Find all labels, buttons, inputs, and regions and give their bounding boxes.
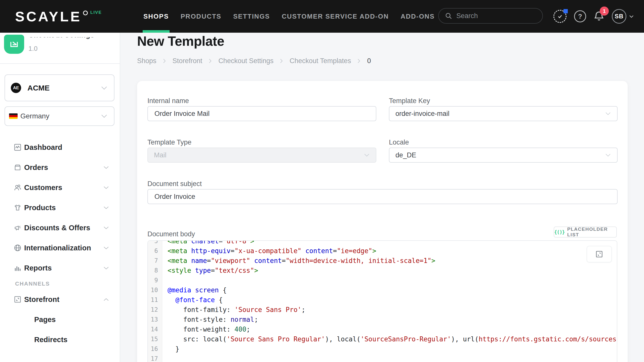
chevron-up-icon [103, 298, 109, 301]
line-number: 7 [148, 257, 162, 264]
chevron-down-icon [605, 153, 611, 157]
sidebar-subitem-pages[interactable]: Pages [0, 309, 120, 330]
scayle-logo[interactable]: SCAYLE LIVE [15, 0, 102, 33]
nav-item-customer-service-add-on[interactable]: CUSTOMER SERVICE ADD-ON [282, 0, 389, 33]
search-input[interactable] [456, 12, 532, 20]
tasks-button[interactable] [553, 0, 567, 33]
breadcrumb-item-storefront[interactable]: Storefront [173, 57, 203, 65]
chevron-down-icon [103, 226, 109, 230]
line-number: 10 [148, 287, 162, 294]
notification-count-badge: 1 [600, 7, 609, 16]
internal-name-input[interactable] [154, 110, 360, 118]
country-selector[interactable]: Germany [5, 106, 114, 126]
breadcrumb-separator-icon [280, 59, 283, 63]
placeholder-list-button[interactable]: {()} PLACEHOLDER LIST [554, 227, 617, 238]
chevron-down-icon [103, 166, 109, 169]
global-search[interactable] [438, 8, 543, 24]
reports-icon [13, 264, 22, 272]
help-icon: ? [574, 10, 586, 22]
line-number: 16 [148, 345, 162, 352]
code-line-10: 10@media screen { [148, 285, 617, 295]
sidebar-item-orders[interactable]: Orders [0, 157, 120, 177]
line-number: 17 [148, 355, 162, 362]
placeholder-braces-icon: {()} [554, 229, 565, 235]
logo-wordmark: SCAYLE [15, 8, 82, 25]
code-text: @media screen { [162, 286, 227, 294]
active-nav-underline [143, 30, 170, 33]
sidebar-item-products[interactable]: Products [0, 198, 120, 218]
sidebar-subitem-label: Redirects [34, 336, 67, 344]
nav-item-add-ons[interactable]: ADD-ONS [400, 0, 434, 33]
tasks-icon [553, 10, 567, 23]
template-key-select[interactable]: order-invoice-mail [389, 106, 618, 121]
sidebar-menu: DashboardOrdersCustomersProductsDiscount… [0, 137, 120, 350]
sidebar-subitem-label: Pages [34, 315, 56, 324]
help-button[interactable]: ? [574, 0, 586, 33]
sidebar-divider [0, 63, 120, 64]
sidebar-item-customers[interactable]: Customers [0, 177, 120, 198]
dashboard-icon [13, 143, 22, 152]
breadcrumb-item-checkout-templates[interactable]: Checkout Templates [290, 57, 351, 65]
app-logo-icon [4, 35, 24, 54]
code-text: } [162, 345, 179, 353]
code-text: font-family: 'Source Sans Pro'; [162, 306, 305, 313]
code-text: font-style: normal; [162, 316, 258, 323]
sidebar-item-discounts-offers[interactable]: Discounts & Offers [0, 218, 120, 238]
line-number: 6 [148, 247, 162, 254]
shop-name: ACME [27, 84, 50, 92]
sidebar-item-dashboard[interactable]: Dashboard [0, 137, 120, 157]
sidebar-item-label: Customers [24, 184, 62, 192]
chevron-down-icon [103, 266, 109, 270]
code-lines: 5<meta charset="utf-8">6<meta http-equiv… [148, 240, 617, 362]
editor-fullscreen-button[interactable] [587, 246, 612, 262]
breadcrumb-item-checkout-settings[interactable]: Checkout Settings [218, 57, 273, 65]
logo-ring-icon [83, 11, 88, 15]
code-text: <meta charset="utf-8"> [162, 240, 254, 245]
shop-avatar: AE [11, 83, 21, 93]
document-subject-label: Document subject [147, 180, 202, 188]
top-navigation: SHOPSPRODUCTSSETTINGSCUSTOMER SERVICE AD… [143, 0, 435, 33]
template-type-select: Mail [147, 148, 376, 163]
document-subject-input[interactable] [154, 193, 577, 201]
sidebar-item-storefront[interactable]: Storefront [0, 289, 120, 309]
code-line-14: 14 font-weight: 400; [148, 324, 617, 334]
sidebar-item-label: Dashboard [24, 143, 62, 152]
code-line-7: 7<meta name="viewport" content="width=de… [148, 256, 617, 265]
code-line-6: 6<meta http-equiv="x-ua-compatible" cont… [148, 246, 617, 256]
shop-selector[interactable]: AE ACME [5, 74, 114, 101]
nav-item-settings[interactable]: SETTINGS [233, 0, 270, 33]
code-line-13: 13 font-style: normal; [148, 314, 617, 324]
notifications-button[interactable]: 1 [593, 0, 605, 33]
line-number: 15 [148, 336, 162, 343]
chevron-down-icon [629, 15, 634, 18]
user-menu[interactable]: SB [612, 0, 634, 33]
document-subject-field[interactable] [147, 189, 618, 204]
sidebar-item-label: Internationalization [24, 244, 91, 252]
fullscreen-icon [595, 250, 603, 258]
sidebar-item-reports[interactable]: Reports [0, 258, 120, 278]
internal-name-field[interactable] [147, 106, 376, 121]
breadcrumb-item-shops[interactable]: Shops [137, 57, 156, 65]
sidebar-subitem-redirects[interactable]: Redirects [0, 330, 120, 350]
nav-item-products[interactable]: PRODUCTS [181, 0, 221, 33]
document-body-editor[interactable]: 5<meta charset="utf-8">6<meta http-equiv… [147, 240, 617, 362]
code-text: <meta http-equiv="x-ua-compatible" conte… [162, 247, 376, 255]
code-line-9: 9 [148, 275, 617, 285]
internal-name-label: Internal name [147, 97, 189, 105]
app-version: 1.0 [28, 45, 37, 53]
sidebar-item-internationalization[interactable]: Internationalization [0, 238, 120, 258]
code-line-12: 12 font-family: 'Source Sans Pro'; [148, 305, 617, 314]
line-number: 11 [148, 296, 162, 303]
germany-flag-icon [9, 113, 18, 119]
sidebar-item-label: Orders [24, 163, 48, 172]
chevron-down-icon [364, 153, 370, 157]
breadcrumb-separator-icon [357, 59, 360, 63]
sidebar-item-label: Products [24, 204, 56, 212]
chevron-down-icon [103, 246, 109, 250]
nav-item-shops[interactable]: SHOPS [143, 0, 169, 33]
locale-select[interactable]: de_DE [389, 148, 618, 163]
code-text: <style type="text/css"> [162, 267, 258, 274]
tasks-new-badge [564, 9, 568, 13]
country-name: Germany [20, 112, 49, 120]
line-number: 12 [148, 306, 162, 313]
